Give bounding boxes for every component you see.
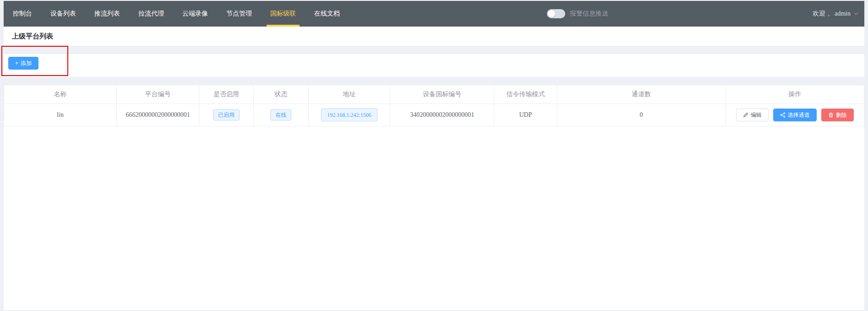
chevron-down-icon bbox=[853, 11, 859, 16]
nav-item-label: 节点管理 bbox=[226, 10, 252, 18]
edit-pen-icon bbox=[743, 112, 748, 118]
table-header-row: 名称 平台编号 是否启用 状态 地址 设备国标编号 信令传输模式 通道数 操作 bbox=[4, 85, 864, 104]
nav-item-label: 国标级联 bbox=[270, 10, 296, 18]
status-badge: 在线 bbox=[270, 109, 291, 120]
nav-item-label: 控制台 bbox=[13, 10, 32, 18]
select-channel-button[interactable]: 选择通道 bbox=[773, 109, 817, 121]
nav-item-pull-proxy[interactable]: 拉流代理 bbox=[129, 1, 173, 27]
welcome-text: 欢迎， bbox=[813, 10, 832, 18]
delete-button[interactable]: 删除 bbox=[821, 109, 854, 121]
edit-button[interactable]: 编辑 bbox=[736, 109, 769, 121]
table-row: lin 66620000002000000001 已启用 在线 192.168.… bbox=[4, 104, 864, 126]
col-actions: 操作 bbox=[726, 85, 864, 104]
nav-item-label: 在线文档 bbox=[314, 10, 340, 18]
edit-button-label: 编辑 bbox=[751, 111, 762, 119]
nav-item-label: 云端录像 bbox=[182, 10, 208, 18]
nav-item-device-list[interactable]: 设备列表 bbox=[41, 1, 85, 27]
add-button-label: 添加 bbox=[21, 60, 32, 67]
cell-status: 在线 bbox=[253, 104, 308, 126]
page-root: 控制台 设备列表 推流列表 拉流代理 云端录像 节点管理 国标级联 在线文档 报… bbox=[0, 0, 868, 311]
enabled-badge: 已启用 bbox=[213, 109, 240, 120]
col-platform-id: 平台编号 bbox=[117, 85, 199, 104]
platform-table-panel: 名称 平台编号 是否启用 状态 地址 设备国标编号 信令传输模式 通道数 操作 … bbox=[4, 85, 864, 310]
cell-address: 192.168.1.242:1506 bbox=[308, 104, 390, 126]
page-title: 上级平台列表 bbox=[12, 32, 53, 41]
add-button[interactable]: + 添加 bbox=[8, 57, 38, 70]
page-header: 上级平台列表 bbox=[4, 27, 864, 46]
alarm-push-toggle[interactable] bbox=[547, 9, 565, 18]
share-icon bbox=[780, 112, 786, 118]
address-badge: 192.168.1.242:1506 bbox=[321, 109, 377, 121]
nav-item-push-list[interactable]: 推流列表 bbox=[85, 1, 129, 27]
delete-button-label: 删除 bbox=[836, 111, 847, 119]
col-status: 状态 bbox=[253, 85, 308, 104]
nav-item-cloud-record[interactable]: 云端录像 bbox=[173, 1, 217, 27]
cell-platform-id: 66620000002000000001 bbox=[117, 104, 199, 126]
alarm-push-toggle-group: 报警信息推送 bbox=[547, 1, 608, 27]
username: admin bbox=[835, 10, 851, 17]
col-name: 名称 bbox=[4, 85, 117, 104]
nav-item-label: 设备列表 bbox=[50, 10, 76, 18]
col-transport-mode: 信令传输模式 bbox=[494, 85, 557, 104]
cell-actions: 编辑 选择通道 bbox=[726, 104, 864, 126]
toggle-knob bbox=[548, 10, 555, 17]
nav-item-console[interactable]: 控制台 bbox=[4, 1, 41, 27]
cell-device-gb-id: 34020000002000000001 bbox=[390, 104, 494, 126]
col-enabled: 是否启用 bbox=[199, 85, 253, 104]
plus-icon: + bbox=[15, 60, 18, 66]
nav-item-node-manage[interactable]: 节点管理 bbox=[217, 1, 261, 27]
nav-item-gb-cascade[interactable]: 国标级联 bbox=[261, 1, 305, 27]
platform-table: 名称 平台编号 是否启用 状态 地址 设备国标编号 信令传输模式 通道数 操作 … bbox=[4, 85, 864, 126]
nav-item-label: 推流列表 bbox=[94, 10, 120, 18]
select-channel-button-label: 选择通道 bbox=[788, 111, 810, 119]
alarm-push-toggle-label: 报警信息推送 bbox=[570, 10, 608, 18]
spacer bbox=[4, 77, 864, 85]
cell-enabled: 已启用 bbox=[199, 104, 253, 126]
spacer bbox=[4, 46, 864, 54]
user-menu[interactable]: 欢迎，admin bbox=[813, 1, 859, 27]
col-device-gb-id: 设备国标编号 bbox=[390, 85, 494, 104]
cell-name: lin bbox=[4, 104, 117, 126]
cell-channel-count: 0 bbox=[557, 104, 726, 126]
row-actions: 编辑 选择通道 bbox=[736, 109, 854, 121]
cell-transport-mode: UDP bbox=[494, 104, 557, 126]
toolbar: + 添加 bbox=[4, 54, 864, 77]
nav-item-online-docs[interactable]: 在线文档 bbox=[305, 1, 349, 27]
top-nav: 控制台 设备列表 推流列表 拉流代理 云端录像 节点管理 国标级联 在线文档 报… bbox=[4, 1, 864, 27]
nav-item-label: 拉流代理 bbox=[138, 10, 164, 18]
trash-icon bbox=[828, 112, 834, 118]
col-address: 地址 bbox=[308, 85, 390, 104]
col-channel-count: 通道数 bbox=[557, 85, 726, 104]
